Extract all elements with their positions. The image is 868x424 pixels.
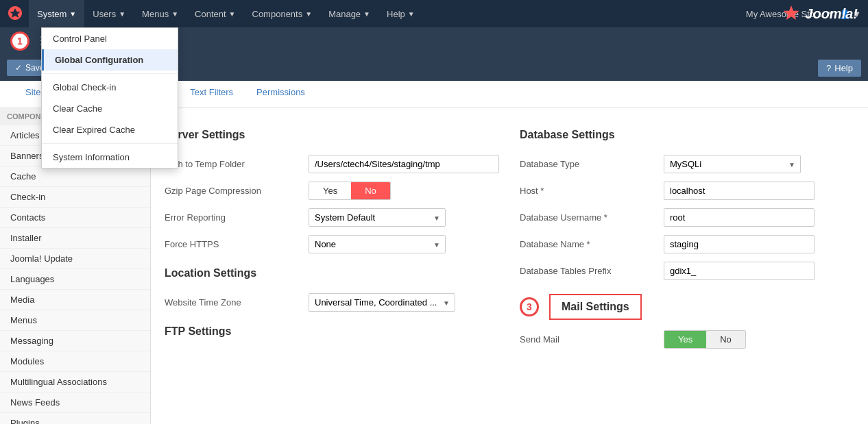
help-button[interactable]: ? Help <box>818 60 861 77</box>
page-content: Server Settings Path to Temp Folder Gzip… <box>165 119 854 367</box>
system-dropdown: Control Panel Global Configuration Globa… <box>41 27 178 169</box>
joomla-icon <box>7 5 23 23</box>
db-type-row: Database Type MySQLi <box>520 155 854 173</box>
annotation-3: 3 <box>520 297 539 316</box>
check-icon: ✓ <box>15 63 22 73</box>
send-mail-label: Send Mail <box>520 334 657 345</box>
dropdown-item-control-panel[interactable]: Control Panel <box>42 28 178 49</box>
db-host-input[interactable] <box>664 182 815 200</box>
caret-icon: ▼ <box>408 10 415 18</box>
joomla-text: Joomla! <box>805 6 858 22</box>
caret-icon: ▼ <box>69 10 76 18</box>
sidebar-item-installer[interactable]: Installer <box>0 228 150 249</box>
left-column: Server Settings Path to Temp Folder Gzip… <box>165 129 499 357</box>
tab-text-filters[interactable]: Text Filters <box>178 81 245 108</box>
db-name-label: Database Name * <box>520 239 657 249</box>
caret-icon: ▼ <box>171 10 178 18</box>
right-column: Database Settings Database Type MySQLi H… <box>520 129 854 357</box>
timezone-select-wrapper: Universal Time, Coordinated ... <box>309 293 455 312</box>
nav-manage[interactable]: Manage ▼ <box>320 0 378 27</box>
gzip-yes-button[interactable]: Yes <box>309 182 351 199</box>
sidebar-item-multilingual[interactable]: Multilingual Associations <box>0 372 150 392</box>
sidebar-item-joomla-update[interactable]: Joomla! Update <box>0 249 150 269</box>
temp-folder-row: Path to Temp Folder <box>165 155 499 173</box>
sidebar-item-menus[interactable]: Menus <box>0 310 150 331</box>
send-mail-yes-button[interactable]: Yes <box>664 331 706 348</box>
caret-icon: ▼ <box>363 10 370 18</box>
ftp-settings-title: FTP Settings <box>165 325 499 341</box>
nav-components[interactable]: Components ▼ <box>244 0 321 27</box>
mail-settings-section: 3 Mail Settings Send Mail Yes No <box>520 294 854 349</box>
timezone-label: Website Time Zone <box>165 297 302 308</box>
server-settings-title: Server Settings <box>165 129 499 145</box>
temp-folder-label: Path to Temp Folder <box>165 159 302 169</box>
temp-folder-input[interactable] <box>309 155 499 173</box>
db-prefix-row: Database Tables Prefix <box>520 262 854 280</box>
database-settings-section: Database Settings Database Type MySQLi H… <box>520 129 854 280</box>
nav-content[interactable]: Content ▼ <box>186 0 243 27</box>
mail-settings-title: Mail Settings <box>549 294 642 320</box>
sidebar-item-languages[interactable]: Languages <box>0 269 150 290</box>
force-https-select[interactable]: None <box>309 235 446 253</box>
db-type-label: Database Type <box>520 159 657 169</box>
db-prefix-input[interactable] <box>664 262 815 280</box>
error-reporting-select-wrapper: System Default <box>309 208 446 227</box>
sidebar-item-media[interactable]: Media <box>0 290 150 310</box>
mail-settings-header: 3 Mail Settings <box>520 294 854 320</box>
db-username-label: Database Username * <box>520 212 657 223</box>
error-reporting-row: Error Reporting System Default <box>165 208 499 227</box>
send-mail-row: Send Mail Yes No <box>520 330 854 349</box>
annotation-1: 1 <box>10 32 29 51</box>
nav-users[interactable]: Users ▼ <box>84 0 134 27</box>
sidebar-item-news-feeds[interactable]: News Feeds <box>0 392 150 413</box>
caret-icon: ▼ <box>229 10 236 18</box>
db-host-label: Host * <box>520 186 657 196</box>
dropdown-item-clear-expired-cache[interactable]: Clear Expired Cache <box>42 119 178 140</box>
sidebar-item-check-in[interactable]: Check-in <box>0 187 150 208</box>
location-settings-title: Location Settings <box>165 267 499 283</box>
db-type-select-wrapper: MySQLi <box>664 155 801 173</box>
dropdown-divider-2 <box>42 143 178 144</box>
caret-icon: ▼ <box>119 10 125 18</box>
sidebar-item-messaging[interactable]: Messaging <box>0 331 150 351</box>
nav-system[interactable]: System ▼ <box>29 0 84 27</box>
db-username-input[interactable] <box>664 208 815 227</box>
force-https-label: Force HTTPS <box>165 239 302 249</box>
nav-help[interactable]: Help ▼ <box>378 0 423 27</box>
database-settings-title: Database Settings <box>520 129 854 145</box>
error-reporting-select[interactable]: System Default <box>309 208 446 227</box>
dropdown-item-global-config[interactable]: Global Configuration <box>42 49 178 71</box>
timezone-select[interactable]: Universal Time, Coordinated ... <box>309 293 455 312</box>
tab-permissions[interactable]: Permissions <box>245 81 317 108</box>
db-name-row: Database Name * <box>520 235 854 253</box>
db-type-select[interactable]: MySQLi <box>664 155 801 173</box>
topbar: System ▼ Users ▼ Menus ▼ Content ▼ Compo… <box>0 0 868 27</box>
sidebar-item-modules[interactable]: Modules <box>0 351 150 372</box>
dropdown-item-system-info[interactable]: System Information <box>42 147 178 168</box>
joomla-logo: Joomla! <box>781 0 858 27</box>
db-host-row: Host * <box>520 182 854 200</box>
gzip-row: Gzip Page Compression Yes No <box>165 182 499 200</box>
timezone-row: Website Time Zone Universal Time, Coordi… <box>165 293 499 312</box>
dropdown-item-clear-cache[interactable]: Clear Cache <box>42 98 178 119</box>
sidebar-item-plugins[interactable]: Plugins <box>0 413 150 424</box>
sidebar-item-contacts[interactable]: Contacts <box>0 208 150 228</box>
server-settings-section: Server Settings Path to Temp Folder Gzip… <box>165 129 499 253</box>
db-username-row: Database Username * <box>520 208 854 227</box>
nav-menus[interactable]: Menus ▼ <box>134 0 186 27</box>
db-prefix-label: Database Tables Prefix <box>520 266 657 276</box>
sidebar-item-cache[interactable]: Cache <box>0 166 150 187</box>
force-https-select-wrapper: None <box>309 235 446 253</box>
gzip-no-button[interactable]: No <box>351 182 390 199</box>
db-name-input[interactable] <box>664 235 815 253</box>
send-mail-no-button[interactable]: No <box>706 331 745 348</box>
help-icon: ? <box>826 63 831 73</box>
content-area: Server Settings Path to Temp Folder Gzip… <box>151 108 868 424</box>
ftp-settings-section: FTP Settings <box>165 325 499 341</box>
gzip-toggle: Yes No <box>309 182 391 200</box>
dropdown-divider-1 <box>42 73 178 74</box>
caret-icon: ▼ <box>305 10 312 18</box>
error-reporting-label: Error Reporting <box>165 212 302 223</box>
dropdown-item-global-checkin[interactable]: Global Check-in <box>42 77 178 98</box>
gzip-label: Gzip Page Compression <box>165 186 302 196</box>
